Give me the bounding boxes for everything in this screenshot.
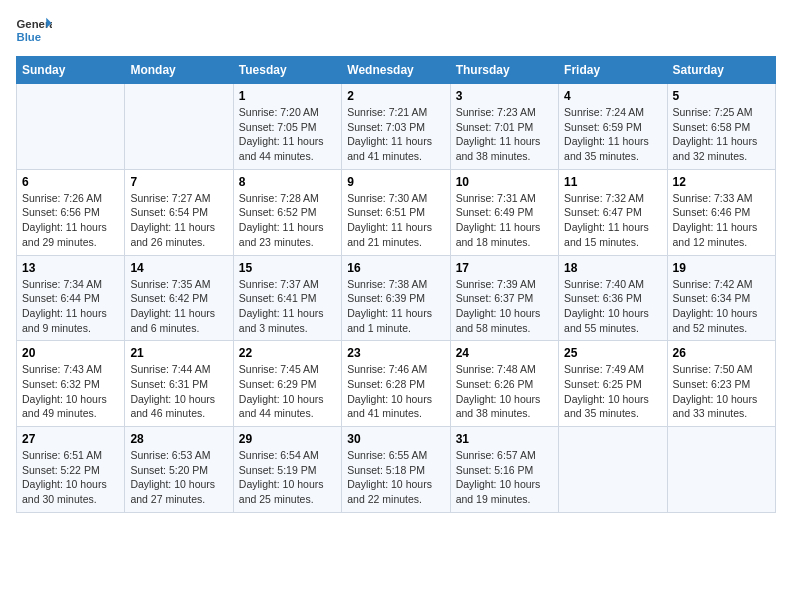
day-cell: 17Sunrise: 7:39 AM Sunset: 6:37 PM Dayli… <box>450 255 558 341</box>
day-cell: 24Sunrise: 7:48 AM Sunset: 6:26 PM Dayli… <box>450 341 558 427</box>
day-number: 21 <box>130 346 227 360</box>
day-number: 18 <box>564 261 661 275</box>
day-cell: 13Sunrise: 7:34 AM Sunset: 6:44 PM Dayli… <box>17 255 125 341</box>
header-row: SundayMondayTuesdayWednesdayThursdayFrid… <box>17 57 776 84</box>
day-cell: 1Sunrise: 7:20 AM Sunset: 7:05 PM Daylig… <box>233 84 341 170</box>
day-info: Sunrise: 7:34 AM Sunset: 6:44 PM Dayligh… <box>22 277 119 336</box>
day-info: Sunrise: 7:26 AM Sunset: 6:56 PM Dayligh… <box>22 191 119 250</box>
day-cell: 23Sunrise: 7:46 AM Sunset: 6:28 PM Dayli… <box>342 341 450 427</box>
column-header-friday: Friday <box>559 57 667 84</box>
day-number: 23 <box>347 346 444 360</box>
day-number: 2 <box>347 89 444 103</box>
day-number: 7 <box>130 175 227 189</box>
day-cell: 6Sunrise: 7:26 AM Sunset: 6:56 PM Daylig… <box>17 169 125 255</box>
day-cell: 26Sunrise: 7:50 AM Sunset: 6:23 PM Dayli… <box>667 341 775 427</box>
day-info: Sunrise: 7:38 AM Sunset: 6:39 PM Dayligh… <box>347 277 444 336</box>
day-info: Sunrise: 7:20 AM Sunset: 7:05 PM Dayligh… <box>239 105 336 164</box>
day-cell: 19Sunrise: 7:42 AM Sunset: 6:34 PM Dayli… <box>667 255 775 341</box>
day-info: Sunrise: 7:44 AM Sunset: 6:31 PM Dayligh… <box>130 362 227 421</box>
day-number: 20 <box>22 346 119 360</box>
logo: General Blue <box>16 16 52 44</box>
day-number: 27 <box>22 432 119 446</box>
week-row-3: 13Sunrise: 7:34 AM Sunset: 6:44 PM Dayli… <box>17 255 776 341</box>
day-cell: 4Sunrise: 7:24 AM Sunset: 6:59 PM Daylig… <box>559 84 667 170</box>
day-cell <box>559 427 667 513</box>
day-cell: 15Sunrise: 7:37 AM Sunset: 6:41 PM Dayli… <box>233 255 341 341</box>
day-cell: 27Sunrise: 6:51 AM Sunset: 5:22 PM Dayli… <box>17 427 125 513</box>
day-number: 6 <box>22 175 119 189</box>
day-number: 8 <box>239 175 336 189</box>
day-cell: 12Sunrise: 7:33 AM Sunset: 6:46 PM Dayli… <box>667 169 775 255</box>
day-number: 31 <box>456 432 553 446</box>
day-info: Sunrise: 7:30 AM Sunset: 6:51 PM Dayligh… <box>347 191 444 250</box>
day-number: 15 <box>239 261 336 275</box>
day-info: Sunrise: 7:27 AM Sunset: 6:54 PM Dayligh… <box>130 191 227 250</box>
day-cell: 3Sunrise: 7:23 AM Sunset: 7:01 PM Daylig… <box>450 84 558 170</box>
day-cell: 22Sunrise: 7:45 AM Sunset: 6:29 PM Dayli… <box>233 341 341 427</box>
day-cell: 7Sunrise: 7:27 AM Sunset: 6:54 PM Daylig… <box>125 169 233 255</box>
column-header-sunday: Sunday <box>17 57 125 84</box>
day-info: Sunrise: 7:45 AM Sunset: 6:29 PM Dayligh… <box>239 362 336 421</box>
day-info: Sunrise: 6:57 AM Sunset: 5:16 PM Dayligh… <box>456 448 553 507</box>
day-cell: 16Sunrise: 7:38 AM Sunset: 6:39 PM Dayli… <box>342 255 450 341</box>
column-header-tuesday: Tuesday <box>233 57 341 84</box>
day-info: Sunrise: 7:28 AM Sunset: 6:52 PM Dayligh… <box>239 191 336 250</box>
day-number: 28 <box>130 432 227 446</box>
day-number: 19 <box>673 261 770 275</box>
day-number: 11 <box>564 175 661 189</box>
day-cell: 20Sunrise: 7:43 AM Sunset: 6:32 PM Dayli… <box>17 341 125 427</box>
week-row-5: 27Sunrise: 6:51 AM Sunset: 5:22 PM Dayli… <box>17 427 776 513</box>
day-info: Sunrise: 7:21 AM Sunset: 7:03 PM Dayligh… <box>347 105 444 164</box>
page-header: General Blue <box>16 16 776 44</box>
day-number: 22 <box>239 346 336 360</box>
day-info: Sunrise: 7:24 AM Sunset: 6:59 PM Dayligh… <box>564 105 661 164</box>
calendar-body: 1Sunrise: 7:20 AM Sunset: 7:05 PM Daylig… <box>17 84 776 513</box>
day-number: 10 <box>456 175 553 189</box>
day-info: Sunrise: 7:33 AM Sunset: 6:46 PM Dayligh… <box>673 191 770 250</box>
column-header-thursday: Thursday <box>450 57 558 84</box>
calendar-table: SundayMondayTuesdayWednesdayThursdayFrid… <box>16 56 776 513</box>
day-cell: 5Sunrise: 7:25 AM Sunset: 6:58 PM Daylig… <box>667 84 775 170</box>
day-number: 29 <box>239 432 336 446</box>
day-cell <box>125 84 233 170</box>
day-cell <box>17 84 125 170</box>
day-cell: 31Sunrise: 6:57 AM Sunset: 5:16 PM Dayli… <box>450 427 558 513</box>
day-info: Sunrise: 6:53 AM Sunset: 5:20 PM Dayligh… <box>130 448 227 507</box>
day-info: Sunrise: 6:51 AM Sunset: 5:22 PM Dayligh… <box>22 448 119 507</box>
day-number: 5 <box>673 89 770 103</box>
day-number: 12 <box>673 175 770 189</box>
day-cell: 9Sunrise: 7:30 AM Sunset: 6:51 PM Daylig… <box>342 169 450 255</box>
column-header-wednesday: Wednesday <box>342 57 450 84</box>
day-info: Sunrise: 6:54 AM Sunset: 5:19 PM Dayligh… <box>239 448 336 507</box>
day-info: Sunrise: 7:43 AM Sunset: 6:32 PM Dayligh… <box>22 362 119 421</box>
day-cell: 30Sunrise: 6:55 AM Sunset: 5:18 PM Dayli… <box>342 427 450 513</box>
day-cell: 25Sunrise: 7:49 AM Sunset: 6:25 PM Dayli… <box>559 341 667 427</box>
day-number: 9 <box>347 175 444 189</box>
day-info: Sunrise: 7:42 AM Sunset: 6:34 PM Dayligh… <box>673 277 770 336</box>
day-info: Sunrise: 7:32 AM Sunset: 6:47 PM Dayligh… <box>564 191 661 250</box>
day-info: Sunrise: 7:23 AM Sunset: 7:01 PM Dayligh… <box>456 105 553 164</box>
day-info: Sunrise: 7:37 AM Sunset: 6:41 PM Dayligh… <box>239 277 336 336</box>
week-row-2: 6Sunrise: 7:26 AM Sunset: 6:56 PM Daylig… <box>17 169 776 255</box>
day-cell: 28Sunrise: 6:53 AM Sunset: 5:20 PM Dayli… <box>125 427 233 513</box>
day-info: Sunrise: 7:50 AM Sunset: 6:23 PM Dayligh… <box>673 362 770 421</box>
day-number: 16 <box>347 261 444 275</box>
day-number: 1 <box>239 89 336 103</box>
day-cell: 14Sunrise: 7:35 AM Sunset: 6:42 PM Dayli… <box>125 255 233 341</box>
calendar-header: SundayMondayTuesdayWednesdayThursdayFrid… <box>17 57 776 84</box>
day-info: Sunrise: 7:46 AM Sunset: 6:28 PM Dayligh… <box>347 362 444 421</box>
day-info: Sunrise: 7:49 AM Sunset: 6:25 PM Dayligh… <box>564 362 661 421</box>
day-cell: 18Sunrise: 7:40 AM Sunset: 6:36 PM Dayli… <box>559 255 667 341</box>
day-number: 24 <box>456 346 553 360</box>
day-number: 26 <box>673 346 770 360</box>
day-number: 4 <box>564 89 661 103</box>
day-cell: 8Sunrise: 7:28 AM Sunset: 6:52 PM Daylig… <box>233 169 341 255</box>
day-cell: 11Sunrise: 7:32 AM Sunset: 6:47 PM Dayli… <box>559 169 667 255</box>
day-number: 13 <box>22 261 119 275</box>
column-header-monday: Monday <box>125 57 233 84</box>
day-cell <box>667 427 775 513</box>
week-row-1: 1Sunrise: 7:20 AM Sunset: 7:05 PM Daylig… <box>17 84 776 170</box>
logo-icon: General Blue <box>16 16 52 44</box>
day-number: 14 <box>130 261 227 275</box>
week-row-4: 20Sunrise: 7:43 AM Sunset: 6:32 PM Dayli… <box>17 341 776 427</box>
